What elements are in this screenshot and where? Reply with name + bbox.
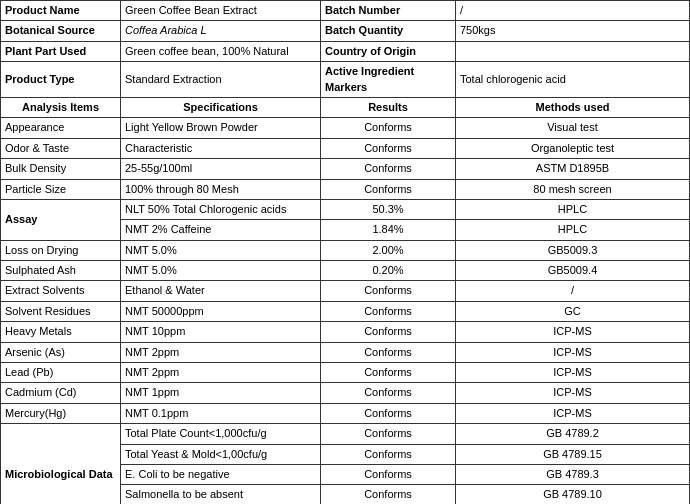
mercury-method: ICP-MS — [456, 403, 690, 423]
loss-drying-label: Loss on Drying — [1, 240, 121, 260]
micro-result-4: Conforms — [321, 485, 456, 504]
solvent-residues-label: Solvent Residues — [1, 301, 121, 321]
heavy-metals-spec: NMT 10ppm — [121, 322, 321, 342]
active-ingredient-value: Total chlorogenic acid — [456, 62, 690, 98]
assay-row-1: Assay NLT 50% Total Chlorogenic acids 50… — [1, 199, 690, 219]
micro-result-3: Conforms — [321, 464, 456, 484]
solvent-residues-row: Solvent Residues NMT 50000ppm Conforms G… — [1, 301, 690, 321]
plant-part-label: Plant Part Used — [1, 41, 121, 61]
product-type-row: Product Type Standard Extraction Active … — [1, 62, 690, 98]
sulphated-ash-label: Sulphated Ash — [1, 261, 121, 281]
micro-spec-2: Total Yeast & Mold<1,00cfu/g — [121, 444, 321, 464]
mercury-row: Mercury(Hg) NMT 0.1ppm Conforms ICP-MS — [1, 403, 690, 423]
lead-result: Conforms — [321, 363, 456, 383]
cadmium-label: Cadmium (Cd) — [1, 383, 121, 403]
product-type-label: Product Type — [1, 62, 121, 98]
micro-spec-4: Salmonella to be absent — [121, 485, 321, 504]
lead-row: Lead (Pb) NMT 2ppm Conforms ICP-MS — [1, 363, 690, 383]
mercury-result: Conforms — [321, 403, 456, 423]
spec-header: Specifications — [121, 97, 321, 117]
lead-method: ICP-MS — [456, 363, 690, 383]
heavy-metals-label: Heavy Metals — [1, 322, 121, 342]
solvent-residues-result: Conforms — [321, 301, 456, 321]
micro-result-1: Conforms — [321, 424, 456, 444]
loss-drying-result: 2.00% — [321, 240, 456, 260]
assay-spec-1: NLT 50% Total Chlorogenic acids — [121, 199, 321, 219]
odor-result: Conforms — [321, 138, 456, 158]
sulphated-ash-result: 0.20% — [321, 261, 456, 281]
column-headers-row: Analysis Items Specifications Results Me… — [1, 97, 690, 117]
mercury-label: Mercury(Hg) — [1, 403, 121, 423]
main-table: Product Name Green Coffee Bean Extract B… — [0, 0, 690, 504]
micro-result-2: Conforms — [321, 444, 456, 464]
country-origin-label: Country of Origin — [321, 41, 456, 61]
microbiological-label: Microbiological Data — [1, 424, 121, 504]
loss-drying-row: Loss on Drying NMT 5.0% 2.00% GB5009.3 — [1, 240, 690, 260]
active-ingredient-label: Active Ingredient Markers — [321, 62, 456, 98]
assay-method-1: HPLC — [456, 199, 690, 219]
product-name-row: Product Name Green Coffee Bean Extract B… — [1, 1, 690, 21]
heavy-metals-row: Heavy Metals NMT 10ppm Conforms ICP-MS — [1, 322, 690, 342]
bulk-density-label: Bulk Density — [1, 159, 121, 179]
country-origin-value — [456, 41, 690, 61]
product-name-value: Green Coffee Bean Extract — [121, 1, 321, 21]
appearance-label: Appearance — [1, 118, 121, 138]
odor-row: Odor & Taste Characteristic Conforms Org… — [1, 138, 690, 158]
solvent-residues-method: GC — [456, 301, 690, 321]
cadmium-row: Cadmium (Cd) NMT 1ppm Conforms ICP-MS — [1, 383, 690, 403]
odor-method: Organoleptic test — [456, 138, 690, 158]
assay-result-2: 1.84% — [321, 220, 456, 240]
bulk-density-method: ASTM D1895B — [456, 159, 690, 179]
sulphated-ash-method: GB5009.4 — [456, 261, 690, 281]
batch-quantity-value: 750kgs — [456, 21, 690, 41]
product-name-label: Product Name — [1, 1, 121, 21]
odor-spec: Characteristic — [121, 138, 321, 158]
botanical-source-value: Coffea Arabica L — [121, 21, 321, 41]
botanical-source-row: Botanical Source Coffea Arabica L Batch … — [1, 21, 690, 41]
loss-drying-method: GB5009.3 — [456, 240, 690, 260]
product-type-value: Standard Extraction — [121, 62, 321, 98]
extract-solvents-result: Conforms — [321, 281, 456, 301]
cadmium-method: ICP-MS — [456, 383, 690, 403]
appearance-result: Conforms — [321, 118, 456, 138]
micro-spec-1: Total Plate Count<1,000cfu/g — [121, 424, 321, 444]
bulk-density-result: Conforms — [321, 159, 456, 179]
cadmium-spec: NMT 1ppm — [121, 383, 321, 403]
micro-method-1: GB 4789.2 — [456, 424, 690, 444]
analysis-header: Analysis Items — [1, 97, 121, 117]
arsenic-method: ICP-MS — [456, 342, 690, 362]
arsenic-row: Arsenic (As) NMT 2ppm Conforms ICP-MS — [1, 342, 690, 362]
batch-quantity-label: Batch Quantity — [321, 21, 456, 41]
extract-solvents-row: Extract Solvents Ethanol & Water Conform… — [1, 281, 690, 301]
particle-size-method: 80 mesh screen — [456, 179, 690, 199]
loss-drying-spec: NMT 5.0% — [121, 240, 321, 260]
sulphated-ash-spec: NMT 5.0% — [121, 261, 321, 281]
particle-size-result: Conforms — [321, 179, 456, 199]
assay-label: Assay — [1, 199, 121, 240]
arsenic-label: Arsenic (As) — [1, 342, 121, 362]
heavy-metals-result: Conforms — [321, 322, 456, 342]
appearance-spec: Light Yellow Brown Powder — [121, 118, 321, 138]
assay-spec-2: NMT 2% Caffeine — [121, 220, 321, 240]
botanical-source-label: Botanical Source — [1, 21, 121, 41]
sulphated-ash-row: Sulphated Ash NMT 5.0% 0.20% GB5009.4 — [1, 261, 690, 281]
batch-number-value: / — [456, 1, 690, 21]
lead-spec: NMT 2ppm — [121, 363, 321, 383]
extract-solvents-label: Extract Solvents — [1, 281, 121, 301]
cadmium-result: Conforms — [321, 383, 456, 403]
lead-label: Lead (Pb) — [1, 363, 121, 383]
heavy-metals-method: ICP-MS — [456, 322, 690, 342]
particle-size-spec: 100% through 80 Mesh — [121, 179, 321, 199]
arsenic-spec: NMT 2ppm — [121, 342, 321, 362]
micro-method-2: GB 4789.15 — [456, 444, 690, 464]
assay-result-1: 50.3% — [321, 199, 456, 219]
bulk-density-spec: 25-55g/100ml — [121, 159, 321, 179]
solvent-residues-spec: NMT 50000ppm — [121, 301, 321, 321]
particle-size-row: Particle Size 100% through 80 Mesh Confo… — [1, 179, 690, 199]
batch-number-label: Batch Number — [321, 1, 456, 21]
micro-method-3: GB 4789.3 — [456, 464, 690, 484]
assay-method-2: HPLC — [456, 220, 690, 240]
plant-part-value: Green coffee bean, 100% Natural — [121, 41, 321, 61]
micro-spec-3: E. Coli to be negative — [121, 464, 321, 484]
mercury-spec: NMT 0.1ppm — [121, 403, 321, 423]
